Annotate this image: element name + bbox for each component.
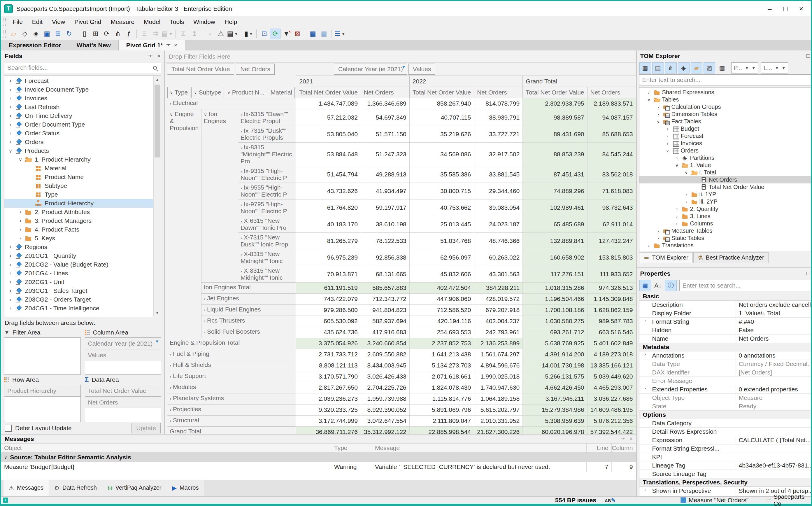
pivot-row-header[interactable]: ›Structural (167, 415, 296, 426)
model-name-status[interactable]: ≣ Spaceparts Co (766, 493, 811, 506)
chevron-right-icon[interactable]: › (672, 221, 682, 226)
pivot-row-header[interactable]: ›X-8315 "New Midnight"" Ionic (238, 249, 296, 266)
chevron-right-icon[interactable]: › (6, 121, 15, 128)
pivot-row-header[interactable]: ›Liquid Fuel Engines (201, 305, 296, 316)
messages-col-line[interactable]: Line (587, 444, 612, 452)
chevron-down-icon[interactable]: ∨ (682, 170, 691, 175)
chevron-right-icon[interactable]: › (16, 235, 25, 241)
tree-item-invoice-document-type[interactable]: ›Invoice Document Type (4, 85, 153, 94)
chevron-down-icon[interactable]: ∨ (170, 112, 173, 117)
property-row-hidden[interactable]: HiddenFalse (639, 326, 812, 335)
chevron-right-icon[interactable]: › (170, 363, 171, 368)
tree-item-3-lines[interactable]: ›3. Lines (639, 213, 812, 220)
chevron-right-icon[interactable]: › (654, 105, 663, 109)
tree-item-fact-tables[interactable]: ∨Fact Tables (639, 118, 812, 125)
bp-issues-status[interactable]: 554 BP issues (555, 497, 596, 504)
pivot-row-header[interactable]: ›Jet Engines (201, 293, 296, 305)
chevron-right-icon[interactable]: › (6, 78, 15, 84)
diagonal-filter-icon-active[interactable]: ▨ (704, 62, 715, 74)
bottom-tab-macros[interactable]: ▶Macros (167, 480, 204, 496)
chevron-right-icon[interactable]: › (6, 104, 15, 110)
alphabetical-sort-icon[interactable]: A↓ (652, 280, 664, 291)
clear-filter-icon[interactable]: ▼× (281, 28, 291, 39)
property-row-annotations[interactable]: ›Annotations0 annotations (639, 351, 812, 360)
chevron-right-icon[interactable]: › (204, 296, 205, 301)
menu-view[interactable]: View (47, 17, 70, 26)
property-row-source-lineage-tag[interactable]: Source Lineage Tag (639, 470, 812, 478)
tree-item-4-product-facts[interactable]: ›4. Product Facts (4, 225, 153, 234)
pivot-value-header[interactable]: Total Net Order Value (410, 87, 474, 98)
chevron-right-icon[interactable]: › (654, 229, 663, 233)
chevron-right-icon[interactable]: › (645, 386, 646, 391)
data-field-chip-net-orders[interactable]: Net Orders (236, 64, 275, 75)
list-view-dropdown-icon[interactable]: ☰▼ (334, 28, 346, 39)
pivot-row-header[interactable]: ›Ix-7315 "Dusk"" Electric Propuls (238, 126, 296, 142)
pivot-row-header[interactable]: Grand Total (167, 426, 296, 434)
close-icon[interactable]: × (174, 42, 177, 49)
chevron-right-icon[interactable]: › (645, 487, 646, 492)
tree-item-subtype[interactable]: ›Subtype (4, 181, 153, 190)
close-icon[interactable]: × (629, 436, 633, 442)
chevron-right-icon[interactable]: › (6, 95, 15, 101)
scroll-down-icon[interactable]: ▼ (154, 309, 161, 317)
partitions-filter-icon-active[interactable]: ◈ (678, 62, 690, 74)
chevron-down-icon[interactable]: ∨ (672, 163, 682, 168)
comment-warning-icon[interactable]: ⚠ (216, 28, 226, 39)
chevron-right-icon[interactable]: › (672, 207, 682, 212)
data-field-chip-total-net-order-value[interactable]: Total Net Order Value (167, 64, 234, 75)
messages-col-column[interactable]: Column (612, 444, 636, 452)
pivot-row-header[interactable]: ›Life Support (167, 371, 296, 382)
chevron-right-icon[interactable]: › (6, 279, 15, 285)
property-row-data-category[interactable]: Data Category (639, 419, 812, 428)
new-document-icon[interactable]: ▯ (79, 28, 90, 39)
tree-item-on-time-delivery[interactable]: ›On-Time Delivery (4, 111, 153, 120)
property-row-error-message[interactable]: Error Message (639, 377, 812, 385)
field-chip-net-orders[interactable]: Net Orders (85, 397, 161, 408)
tree-item-z03cg2-orders-target[interactable]: ›Z03CG2 - Orders Target (4, 295, 153, 304)
chevron-right-icon[interactable]: › (170, 101, 171, 106)
pivot-row-header[interactable]: ›Rcs Thrusters (201, 316, 296, 327)
messages-col-message[interactable]: Message (372, 444, 587, 452)
chevron-right-icon[interactable]: › (241, 219, 242, 224)
fields-search-input[interactable]: Search fields... (4, 62, 161, 73)
pin-icon[interactable]: ⊦ (147, 55, 154, 58)
menu-measure[interactable]: Measure (106, 17, 139, 26)
tree-item-1-value[interactable]: ∨1. Value (639, 162, 812, 169)
chevron-right-icon[interactable]: › (6, 288, 15, 294)
tree-item-5-keys[interactable]: ›5. Keys (4, 234, 153, 243)
page-list-dropdown-icon[interactable]: ▤▼ (227, 28, 239, 39)
chevron-right-icon[interactable]: › (170, 407, 171, 412)
properties-section-basic[interactable]: Basic∧ (639, 292, 812, 301)
tree-item-type[interactable]: ›Type (4, 190, 153, 199)
pin-icon[interactable]: ⊦ (165, 44, 172, 47)
messages-col-type[interactable]: Type (331, 444, 372, 452)
tree-item-product-name[interactable]: ›Product Name (4, 173, 153, 181)
field-chip-values[interactable]: Values (85, 349, 161, 361)
page-refresh-icon[interactable]: ⟳ (101, 28, 112, 39)
chevron-right-icon[interactable]: › (241, 112, 242, 117)
field-chip-calendar-year-ie-2021-[interactable]: Calendar Year (ie 2021)▼ (85, 338, 161, 349)
scroll-up-icon[interactable]: ▲ (154, 76, 161, 83)
tree-item-iii-2yp[interactable]: ›iii. 2YP (639, 198, 812, 205)
tree-item-z01cg1-quantity[interactable]: ›Z01CG1 - Quantity (4, 251, 153, 260)
tree-item-material[interactable]: ›Material (4, 164, 153, 173)
hierarchy-view-icon[interactable]: ⋔ (112, 28, 123, 39)
property-row-data-type[interactable]: Data TypeCurrency / Fixed Decimal... (639, 360, 812, 368)
chevron-right-icon[interactable]: › (6, 253, 15, 259)
close-button[interactable]: × (799, 5, 803, 13)
field-chip-product-hierarchy[interactable]: Product Hierarchy (4, 385, 81, 397)
pivot-row-header[interactable]: ∨Engine & Propulsion (167, 109, 201, 338)
chevron-right-icon[interactable]: › (6, 262, 15, 267)
tree-item-forecast[interactable]: ›Forecast (639, 133, 812, 140)
chevron-right-icon[interactable]: › (6, 244, 15, 250)
chevron-down-icon[interactable]: ∨ (645, 97, 653, 102)
tree-item-last-refresh[interactable]: ›Last Refresh (4, 103, 153, 111)
chevron-right-icon[interactable]: › (170, 374, 171, 379)
menu-window[interactable]: Window (189, 17, 220, 26)
chevron-right-icon[interactable]: › (663, 141, 672, 146)
chevron-right-icon[interactable]: › (241, 202, 242, 207)
chevron-right-icon[interactable]: › (16, 209, 25, 215)
close-icon[interactable]: × (157, 53, 161, 60)
chevron-down-icon[interactable]: ∨ (6, 148, 15, 154)
chevron-right-icon[interactable]: › (654, 112, 663, 117)
